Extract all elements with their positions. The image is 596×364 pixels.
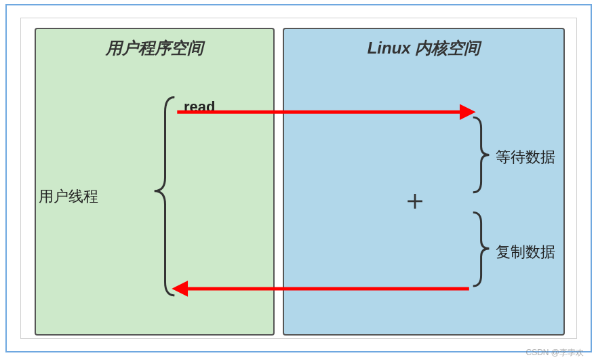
- wait-data-label: 等待数据: [496, 147, 555, 167]
- user-space-title: 用户程序空间: [36, 37, 273, 59]
- outer-frame: 用户程序空间 Linux 内核空间 用户线程 read 等待数据 复制数据 ＋: [5, 4, 592, 352]
- user-space-box: 用户程序空间: [35, 28, 275, 336]
- read-label: read: [184, 98, 215, 116]
- kernel-space-title: Linux 内核空间: [284, 37, 563, 59]
- copy-data-label: 复制数据: [496, 242, 555, 262]
- watermark: CSDN @李孛欢: [525, 347, 584, 359]
- diagram-canvas: 用户程序空间 Linux 内核空间 用户线程 read 等待数据 复制数据 ＋: [20, 18, 577, 339]
- plus-icon: ＋: [401, 181, 429, 219]
- user-thread-label: 用户线程: [39, 186, 98, 207]
